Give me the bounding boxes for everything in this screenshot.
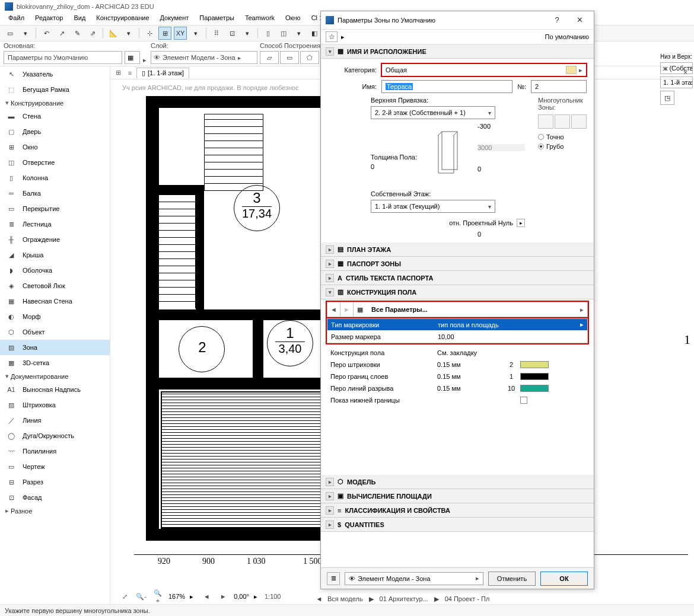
undo-icon[interactable]: ↶ bbox=[40, 27, 53, 40]
tool-wall[interactable]: ▬Стена bbox=[0, 108, 110, 124]
navtab-project[interactable]: 04 Проект - Пл bbox=[441, 595, 494, 602]
ok-button[interactable]: ОК bbox=[540, 572, 588, 586]
menu-options[interactable]: Параметры bbox=[195, 13, 239, 25]
grid-icon[interactable]: ⠿ bbox=[210, 27, 223, 40]
section-area-calc[interactable]: ▸▣ВЫЧИСЛЕНИЕ ПЛОЩАДИ bbox=[321, 489, 594, 503]
row-marker-size[interactable]: Размер маркера 10,00 bbox=[327, 331, 587, 343]
name-input[interactable]: Терраса bbox=[381, 80, 512, 93]
tool-mesh[interactable]: ▩3D-сетка bbox=[0, 355, 110, 371]
dropdown4-icon[interactable]: ▾ bbox=[241, 27, 254, 40]
tool-marquee[interactable]: ⬚Бегущая Рамка bbox=[0, 82, 110, 97]
overlay-icon[interactable]: ◧ bbox=[308, 27, 321, 40]
tool-slab[interactable]: ▭Перекрытие bbox=[0, 201, 110, 216]
measure-icon[interactable]: 📐 bbox=[107, 27, 120, 40]
section-name-location[interactable]: ▾▦ ИМЯ И РАСПОЛОЖЕНИЕ bbox=[321, 44, 594, 59]
navtab-all-model[interactable]: Вся модель bbox=[324, 595, 367, 602]
footer-layer-select[interactable]: 👁Элемент Модели - Зона bbox=[345, 572, 483, 585]
menu-window[interactable]: Окно bbox=[281, 13, 305, 25]
section-quantities[interactable]: ▸$QUANTITIES bbox=[321, 518, 594, 532]
dropdown3-icon[interactable]: ▾ bbox=[189, 27, 202, 40]
tool-column[interactable]: ▯Колонна bbox=[0, 170, 110, 186]
section-misc[interactable]: ▸Разное bbox=[0, 505, 110, 516]
tool-shell[interactable]: ◗Оболочка bbox=[0, 263, 110, 278]
method-1-icon[interactable]: ▱ bbox=[260, 51, 279, 64]
menu-view[interactable]: Вид bbox=[69, 13, 90, 25]
section-floor-construction[interactable]: ▾▥КОНСТРУКЦИЯ ПОЛА bbox=[321, 285, 594, 299]
category-select[interactable]: Общая ▸ bbox=[381, 63, 587, 76]
thumbnails-icon[interactable]: ⊞ bbox=[113, 68, 123, 78]
navtab-prev-icon[interactable]: ◄ bbox=[314, 595, 324, 602]
num-input[interactable]: 2 bbox=[531, 80, 587, 93]
pick-icon[interactable]: ↗ bbox=[55, 27, 68, 40]
extrude-icon[interactable]: ◳ bbox=[660, 91, 674, 105]
param-next-icon[interactable]: ► bbox=[340, 302, 354, 317]
radio-exact[interactable]: Точно bbox=[538, 133, 587, 141]
bottom-offset-input[interactable]: 0 bbox=[477, 165, 525, 173]
gridsnap-icon[interactable]: ⊡ bbox=[225, 27, 238, 40]
menu-design[interactable]: Конструирование bbox=[91, 13, 154, 25]
page-icon[interactable]: ▯ bbox=[262, 27, 275, 40]
tool-stair[interactable]: ≣Лестница bbox=[0, 216, 110, 232]
tool-skylight[interactable]: ◈Световой Люк bbox=[0, 278, 110, 293]
tool-object[interactable]: ⬡Объект bbox=[0, 324, 110, 340]
trace-icon[interactable]: ◫ bbox=[277, 27, 290, 40]
menu-document[interactable]: Документ bbox=[155, 13, 194, 25]
section-stamp-text[interactable]: ▸AСТИЛЬ ТЕКСТА ПАСПОРТА bbox=[321, 271, 594, 285]
tool-door[interactable]: ▢Дверь bbox=[0, 124, 110, 139]
rel-value-input[interactable]: 0 bbox=[477, 231, 525, 238]
section-model[interactable]: ▸⬡МОДЕЛЬ bbox=[321, 475, 594, 489]
section-document[interactable]: ▾Документирование bbox=[0, 371, 110, 382]
tool-polyline[interactable]: 〰Полилиния bbox=[0, 443, 110, 459]
tool-roof[interactable]: ◢Крыша bbox=[0, 247, 110, 263]
tool-beam[interactable]: ═Балка bbox=[0, 186, 110, 201]
method-2-icon[interactable]: ▭ bbox=[280, 51, 299, 64]
scale-icon[interactable]: 1:100 bbox=[265, 593, 276, 600]
dropdown-icon[interactable]: ▾ bbox=[19, 27, 32, 40]
param-prev-icon[interactable]: ◄ bbox=[327, 302, 340, 317]
default-params-field[interactable]: Параметры по Умолчанию bbox=[4, 51, 122, 64]
fit-icon[interactable]: ⤢ bbox=[119, 593, 130, 601]
bottom-story-field[interactable]: 1. 1-й этаж (Текущий) bbox=[660, 76, 693, 88]
param-go-icon[interactable]: ▸ bbox=[577, 306, 587, 314]
tool-morph[interactable]: ◐Морф bbox=[0, 309, 110, 324]
close-icon[interactable]: ✕ bbox=[570, 12, 589, 28]
toplink-select[interactable]: 2. 2-й этаж (Собственный + 1) bbox=[371, 106, 495, 119]
radio-rough[interactable]: Грубо bbox=[538, 143, 587, 150]
poly-mode-1-icon[interactable] bbox=[538, 114, 553, 129]
thickness-input[interactable]: 0 bbox=[371, 163, 423, 170]
row-mark-type[interactable]: Тип маркировки тип пола и площадь ▸ bbox=[327, 319, 587, 331]
zone-type-icon[interactable]: ▦ bbox=[125, 51, 140, 64]
tool-drawing[interactable]: ▭Чертеж bbox=[0, 459, 110, 474]
dropdown5-icon[interactable]: ▾ bbox=[292, 27, 305, 40]
tool-pointer[interactable]: ↖Указатель bbox=[0, 66, 110, 82]
zoom-in-icon[interactable]: 🔍+ bbox=[152, 589, 164, 604]
zoom-pct[interactable]: 167% bbox=[168, 593, 185, 600]
menu-file[interactable]: Файл bbox=[4, 13, 29, 25]
tab-floor1[interactable]: ▯[1. 1-й этаж] bbox=[136, 68, 189, 78]
section-classification[interactable]: ▸≡КЛАССИФИКАЦИЯ И СВОЙСТВА bbox=[321, 503, 594, 518]
zoom-out-icon[interactable]: 🔍‐ bbox=[135, 593, 147, 601]
section-floor-plan[interactable]: ▸▤ПЛАН ЭТАЖА bbox=[321, 242, 594, 257]
menu-teamwork[interactable]: Teamwork bbox=[240, 13, 279, 25]
tool-section[interactable]: ⊟Разрез bbox=[0, 474, 110, 490]
next-view-icon[interactable]: ► bbox=[217, 593, 229, 600]
navtab-arch[interactable]: 01 Архитектур... bbox=[376, 595, 432, 602]
dropdown2-icon[interactable]: ▾ bbox=[122, 27, 135, 40]
snap3-icon[interactable]: XY bbox=[174, 27, 187, 40]
layer-combo[interactable]: 👁 Элемент Модели - Зона bbox=[151, 51, 257, 64]
layer-icon[interactable]: ≣ bbox=[327, 572, 340, 585]
tool-railing[interactable]: ╫Ограждение bbox=[0, 232, 110, 247]
section-zone-stamp[interactable]: ▸▦ПАСПОРТ ЗОНЫ bbox=[321, 257, 594, 271]
tool-curtain[interactable]: ▦Навесная Стена bbox=[0, 293, 110, 309]
menu-edit[interactable]: Редактор bbox=[30, 13, 68, 25]
snap2-icon[interactable]: ⊞ bbox=[158, 27, 171, 40]
snap1-icon[interactable]: ⊹ bbox=[143, 27, 156, 40]
tool-opening[interactable]: ◫Отверстие bbox=[0, 155, 110, 170]
own-story-select[interactable]: 1. 1-й этаж (Текущий) bbox=[371, 200, 495, 213]
tool-line[interactable]: ／Линия bbox=[0, 413, 110, 428]
section-construction[interactable]: ▾Конструирование bbox=[0, 97, 110, 108]
poly-mode-3-icon[interactable] bbox=[571, 114, 587, 129]
tool-arc[interactable]: ◯Дуга/Окружность bbox=[0, 428, 110, 443]
method-3-icon[interactable]: ⬠ bbox=[300, 51, 319, 64]
top-offset-input[interactable]: -300 bbox=[477, 123, 525, 130]
